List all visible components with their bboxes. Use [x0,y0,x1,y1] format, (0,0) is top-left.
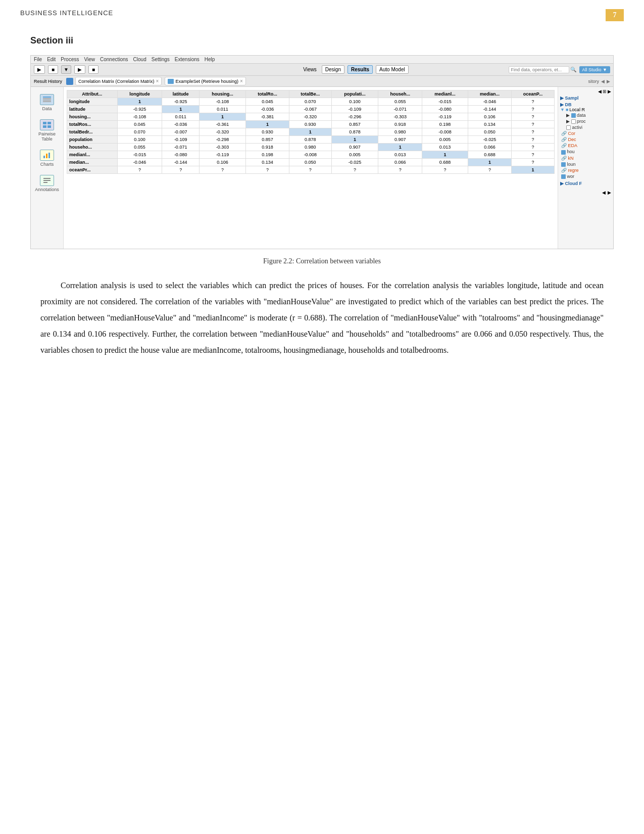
table-cell: 0.066 [468,144,511,151]
right-item-dec[interactable]: 🔗 Dec [560,136,611,143]
table-cell: -0.071 [378,106,422,113]
table-cell: -0.925 [162,98,200,106]
table-cell: 1 [117,98,162,106]
table-cell: -0.320 [289,113,331,121]
tab-close-1[interactable]: × [156,78,159,84]
table-cell: -0.015 [117,151,162,159]
table-cell: 0.907 [331,144,378,151]
table-cell: 0.134 [468,121,511,128]
table-cell: ? [511,136,554,144]
table-cell: 0.066 [378,159,422,166]
table-row: medianl...-0.015-0.080-0.1190.198-0.0080… [67,151,555,159]
tab-correlation-label: Correlation Matrix (Correlation Matrix) [78,79,155,84]
sidebar-annotations-label: Annotations [35,187,59,192]
search-icon[interactable]: 🔍 [570,67,576,72]
table-cell: -0.320 [199,128,245,136]
menu-process[interactable]: Process [61,57,79,62]
right-section-samples: ▶ Sampl [560,96,611,101]
table-cell: 0.878 [331,128,378,136]
table-cell: 0.980 [378,128,422,136]
sidebar-data-label: Data [42,106,52,111]
table-cell: latitude [67,106,118,113]
table-cell: 0.050 [289,159,331,166]
page-title: BUSINESS INTELLIGENCE [20,9,113,17]
menu-file[interactable]: File [34,57,42,62]
sidebar-charts[interactable]: Charts [33,148,61,169]
table-cell: -0.080 [162,151,200,159]
right-item-wor[interactable]: wor [560,173,611,179]
table-cell: ? [422,166,468,174]
table-cell: 0.100 [331,98,378,106]
col-header-totalbe: totalBe... [289,90,331,98]
table-cell: medianl... [67,151,118,159]
body-paragraph: Correlation analysis is used to select t… [40,277,604,358]
table-cell: 0.918 [246,144,289,151]
sidebar-data[interactable]: Data [33,92,61,113]
table-cell: 0.050 [468,128,511,136]
right-item-proc[interactable]: ▶ proc [565,118,611,124]
menu-cloud[interactable]: Cloud [133,57,146,62]
toolbar-dropdown[interactable]: ▼ [61,65,71,74]
sidebar-annotations[interactable]: Annotations [33,173,61,194]
nav-left-icon[interactable]: ◀ [601,79,605,84]
tab-exampleset[interactable]: ExampleSet (Retrieve housing) × [165,77,245,85]
right-bottom-nav-right[interactable]: ▶ [608,190,611,195]
table-cell: -0.298 [199,136,245,144]
search-input[interactable] [509,66,569,73]
toolbar-btn-1[interactable]: ▶ [34,65,45,74]
results-btn[interactable]: Results [348,65,373,74]
col-header-median: median... [468,90,511,98]
table-cell: -0.361 [199,121,245,128]
right-item-activi[interactable]: activi [565,124,611,130]
body-text: Correlation analysis is used to select t… [0,277,644,358]
table-cell: -0.008 [289,151,331,159]
repository-label: sitory [588,79,599,84]
svg-rect-9 [46,154,47,158]
table-cell: 0.055 [378,98,422,106]
design-btn[interactable]: Design [322,65,344,74]
table-cell: ? [246,166,289,174]
menu-view[interactable]: View [84,57,95,62]
table-cell: 0.930 [289,121,331,128]
table-cell: -0.381 [246,113,289,121]
toolbar-btn-3[interactable]: ▶ [74,65,85,74]
right-bottom-nav-left[interactable]: ◀ [602,190,606,195]
right-item-hou[interactable]: hou [560,149,611,155]
auto-model-btn[interactable]: Auto Model [376,65,409,74]
nav-right-icon[interactable]: ▶ [607,79,610,84]
menu-settings[interactable]: Settings [152,57,170,62]
table-cell: ? [511,121,554,128]
menu-connections[interactable]: Connections [100,57,128,62]
table-cell: 1 [246,121,289,128]
sidebar-pairwise-label: Pairwise Table [35,131,59,142]
toolbar-btn-2[interactable]: ■ [48,65,58,74]
table-cell: 0.106 [468,113,511,121]
col-header-househ: househ... [378,90,422,98]
right-item-local[interactable]: ▼ ■ Local R [560,107,611,112]
sidebar-pairwise[interactable]: Pairwise Table [33,117,61,144]
menu-extensions[interactable]: Extensions [175,57,200,62]
right-sidebar-nav-left[interactable]: ◀ [598,89,602,94]
col-header-attr: Attribut... [67,90,118,98]
table-cell: -0.108 [199,98,245,106]
menu-edit[interactable]: Edit [47,57,56,62]
menu-help[interactable]: Help [205,57,215,62]
right-item-loun[interactable]: loun [560,161,611,167]
screenshot-container: File Edit Process View Connections Cloud… [30,55,614,249]
right-sidebar-nav-right[interactable]: ▶ [608,89,611,94]
right-label-local: Local R [569,107,585,112]
right-item-kn[interactable]: 🔗 kN [560,155,611,161]
page-number: 7 [606,9,624,21]
toolbar-btn-4[interactable]: ■ [88,65,98,74]
table-cell: -0.144 [468,106,511,113]
right-item-cor[interactable]: 🔗 Cor [560,130,611,136]
right-item-eda[interactable]: 🔗 EDA [560,143,611,149]
studio-btn[interactable]: All Studio ▼ [579,66,610,73]
tab-close-2[interactable]: × [240,78,243,84]
right-item-data[interactable]: ▶ data [565,112,611,118]
right-item-regre[interactable]: 🔗 regre [560,167,611,173]
table-cell: ? [511,113,554,121]
tab-correlation[interactable]: Correlation Matrix (Correlation Matrix) … [75,77,162,85]
table-cell: -0.303 [199,144,245,151]
right-sidebar-grid-icon[interactable]: ⊞ [603,89,607,94]
